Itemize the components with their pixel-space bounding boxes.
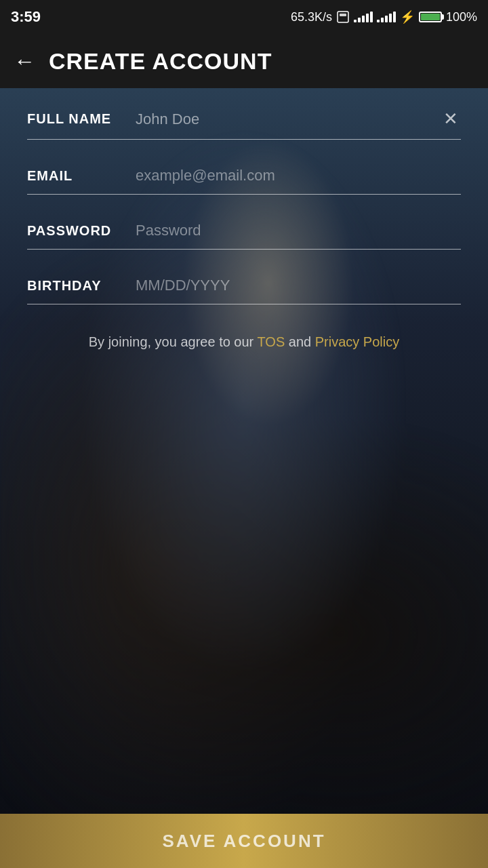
page-title: CREATE ACCOUNT (49, 48, 272, 75)
network-speed: 65.3K/s (291, 10, 332, 24)
fullname-input[interactable] (136, 111, 441, 128)
terms-prefix: By joining, you agree to our (89, 334, 258, 349)
email-field-group: EMAIL (27, 167, 461, 195)
svg-rect-0 (338, 12, 348, 22)
battery-percent: 100% (446, 10, 477, 24)
charging-icon: ⚡ (400, 9, 415, 24)
save-account-label: SAVE ACCOUNT (162, 831, 325, 852)
signal-bars-1 (354, 12, 373, 22)
status-right-icons: 65.3K/s ⚡ 100% (291, 9, 477, 24)
save-account-button[interactable]: SAVE ACCOUNT (0, 814, 488, 868)
sim-icon (336, 11, 350, 23)
svg-rect-1 (340, 14, 346, 16)
fullname-field-group: FULL NAME ✕ (27, 108, 461, 140)
battery-icon (419, 12, 442, 22)
terms-middle: and (285, 334, 314, 349)
status-time: 3:59 (11, 8, 41, 26)
back-button[interactable]: ← (14, 49, 35, 74)
email-label: EMAIL (27, 168, 136, 184)
email-input[interactable] (136, 167, 461, 184)
fullname-label: FULL NAME (27, 111, 136, 127)
birthday-input[interactable] (136, 277, 461, 294)
tos-link[interactable]: TOS (257, 334, 285, 349)
password-input[interactable] (136, 222, 461, 239)
password-label: PASSWORD (27, 223, 136, 239)
terms-text: By joining, you agree to our TOS and Pri… (27, 332, 461, 352)
clear-fullname-icon[interactable]: ✕ (441, 108, 461, 130)
password-field-group: PASSWORD (27, 222, 461, 250)
birthday-label: BIRTHDAY (27, 278, 136, 294)
birthday-field-group: BIRTHDAY (27, 277, 461, 304)
create-account-form: FULL NAME ✕ EMAIL PASSWORD BIRTHDAY By j… (0, 88, 488, 352)
privacy-policy-link[interactable]: Privacy Policy (315, 334, 399, 349)
header: ← CREATE ACCOUNT (0, 34, 488, 88)
signal-bars-2 (377, 12, 396, 22)
status-bar: 3:59 65.3K/s ⚡ (0, 0, 488, 34)
